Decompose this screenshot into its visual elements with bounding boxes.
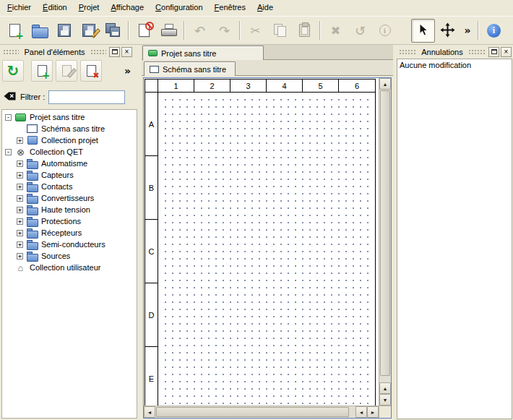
column-label: 2 <box>194 80 230 93</box>
horizontal-scrollbar[interactable]: ◄ ◄ ► <box>144 406 379 418</box>
vertical-scroll-track[interactable] <box>379 90 391 382</box>
scroll-up-button-2[interactable]: ▲ <box>379 382 391 394</box>
menu-affichage[interactable]: Affichage <box>105 0 150 16</box>
scroll-up-button[interactable]: ▲ <box>379 78 391 90</box>
expand-icon[interactable]: + <box>17 207 23 213</box>
collapse-icon[interactable]: - <box>5 149 12 155</box>
tree-item-contacts[interactable]: +Contacts <box>2 181 137 192</box>
tree-item-projet-sans-titre[interactable]: -Projet sans titre <box>2 111 137 123</box>
no-entry-badge-icon <box>145 22 154 30</box>
element-info-button[interactable]: i <box>373 19 397 43</box>
close-file-button[interactable] <box>132 19 156 43</box>
menu-aide[interactable]: Aide <box>251 0 279 16</box>
dock-close-button[interactable]: × <box>501 47 512 57</box>
dock-close-button[interactable]: × <box>121 47 132 57</box>
undo-icon: ↶ <box>194 23 205 38</box>
scroll-left-button-2[interactable]: ◄ <box>355 406 367 418</box>
selection-mode-button[interactable] <box>411 19 435 43</box>
float-icon <box>112 49 118 54</box>
schema-sheet[interactable]: 123456 ABCDE <box>145 79 376 406</box>
schema-viewport[interactable]: 123456 ABCDE <box>144 78 379 406</box>
menu-edition[interactable]: Édition <box>37 0 73 16</box>
edit-element-button[interactable] <box>56 60 77 82</box>
expand-icon[interactable]: + <box>17 172 23 179</box>
cut-button[interactable]: ✂ <box>243 19 267 43</box>
open-project-button[interactable] <box>27 19 51 43</box>
save-all-button[interactable] <box>101 19 125 43</box>
horizontal-scroll-thumb[interactable] <box>156 407 349 417</box>
tab-schema[interactable]: Schéma sans titre <box>144 61 236 76</box>
tree-item-automatisme[interactable]: +Automatisme <box>2 158 137 169</box>
clear-filter-button[interactable] <box>3 91 17 103</box>
panel-toolbar-overflow-button[interactable]: » <box>124 65 137 77</box>
toolbar-separator <box>184 21 185 40</box>
scroll-left-button[interactable]: ◄ <box>144 406 155 418</box>
filter-input[interactable] <box>48 90 125 104</box>
delete-button[interactable]: ✖ <box>324 19 348 43</box>
tree-item-schema-sans-titre[interactable]: Schéma sans titre <box>2 123 137 134</box>
menu-projet[interactable]: Projet <box>73 0 105 16</box>
filter-row: Filtrer : <box>0 88 139 106</box>
tree-item-haute-tension[interactable]: +Haute tension <box>2 204 137 215</box>
schema-grid[interactable] <box>159 93 374 406</box>
rotate-button[interactable]: ↺ <box>348 19 372 43</box>
dock-grip[interactable] <box>3 49 19 55</box>
tree-item-capteurs[interactable]: +Capteurs <box>2 169 137 181</box>
folder-icon <box>26 252 38 261</box>
menu-fenetres[interactable]: Fenêtres <box>209 0 251 16</box>
tab-project[interactable]: Projet sans titre <box>142 46 264 60</box>
tree-item-recepteurs[interactable]: +Récepteurs <box>2 227 137 239</box>
printer-icon <box>161 24 177 37</box>
tree-item-collection-utilisateur[interactable]: ⌂Collection utilisateur <box>2 262 137 273</box>
rotate-icon: ↺ <box>355 23 366 38</box>
tree-item-semi-conducteurs[interactable]: +Semi-conducteurs <box>2 239 137 250</box>
dock-grip[interactable] <box>468 49 486 55</box>
expand-icon[interactable]: + <box>17 160 23 167</box>
menubar: FichierÉditionProjetAffichageConfigurati… <box>0 0 513 16</box>
tree-item-collection-projet[interactable]: +Collection projet <box>2 134 137 146</box>
expand-icon[interactable]: + <box>17 184 23 190</box>
pan-mode-button[interactable] <box>436 19 460 43</box>
undo-list[interactable]: Aucune modification <box>397 59 512 419</box>
scroll-right-button[interactable]: ► <box>367 406 379 418</box>
toolbar-overflow-button[interactable]: » <box>460 19 475 43</box>
expand-icon[interactable]: + <box>17 137 23 144</box>
folder-icon <box>26 240 38 249</box>
collapse-icon[interactable]: - <box>5 114 12 121</box>
elements-panel-titlebar[interactable]: Panel d'éléments × <box>0 46 139 58</box>
dock-grip[interactable] <box>399 49 416 55</box>
save-button[interactable] <box>52 19 76 43</box>
expand-icon[interactable]: + <box>17 218 23 225</box>
dock-float-button[interactable] <box>488 47 499 57</box>
about-button[interactable]: i <box>482 19 506 43</box>
expand-icon[interactable]: + <box>17 253 23 260</box>
scroll-down-button[interactable]: ▼ <box>379 394 391 406</box>
dock-grip[interactable] <box>90 49 106 55</box>
menu-configuration[interactable]: Configuration <box>150 0 208 16</box>
expand-icon[interactable]: + <box>17 230 23 236</box>
undo-panel-titlebar[interactable]: Annulations × <box>396 46 513 58</box>
tree-item-sources[interactable]: +Sources <box>2 250 137 262</box>
redo-button[interactable]: ↷ <box>212 19 236 43</box>
tree-item-collection-qet[interactable]: -⊗Collection QET <box>2 146 137 158</box>
save-as-button[interactable] <box>77 19 100 43</box>
new-project-button[interactable]: + <box>3 19 27 43</box>
expand-icon[interactable]: + <box>17 241 23 248</box>
delete-element-button[interactable]: ✖ <box>80 60 102 82</box>
new-element-button[interactable]: + <box>31 60 53 82</box>
expand-icon[interactable]: + <box>17 195 23 202</box>
tree-item-convertisseurs[interactable]: +Convertisseurs <box>2 192 137 204</box>
reload-collections-button[interactable]: ↻ <box>2 60 24 82</box>
print-button[interactable] <box>157 19 181 43</box>
dock-float-button[interactable] <box>109 47 120 57</box>
tree-item-protections[interactable]: +Protections <box>2 215 137 227</box>
pencil-icon <box>90 28 100 38</box>
vertical-scroll-thumb[interactable] <box>380 90 390 376</box>
paste-button[interactable] <box>293 19 316 43</box>
menu-fichier[interactable]: Fichier <box>1 0 37 16</box>
tree-item-label: Collection QET <box>30 147 83 156</box>
undo-button[interactable]: ↶ <box>188 19 212 43</box>
copy-button[interactable] <box>268 19 292 43</box>
horizontal-scroll-track[interactable] <box>156 406 355 418</box>
vertical-scrollbar[interactable]: ▲ ▲ ▼ <box>379 78 391 406</box>
